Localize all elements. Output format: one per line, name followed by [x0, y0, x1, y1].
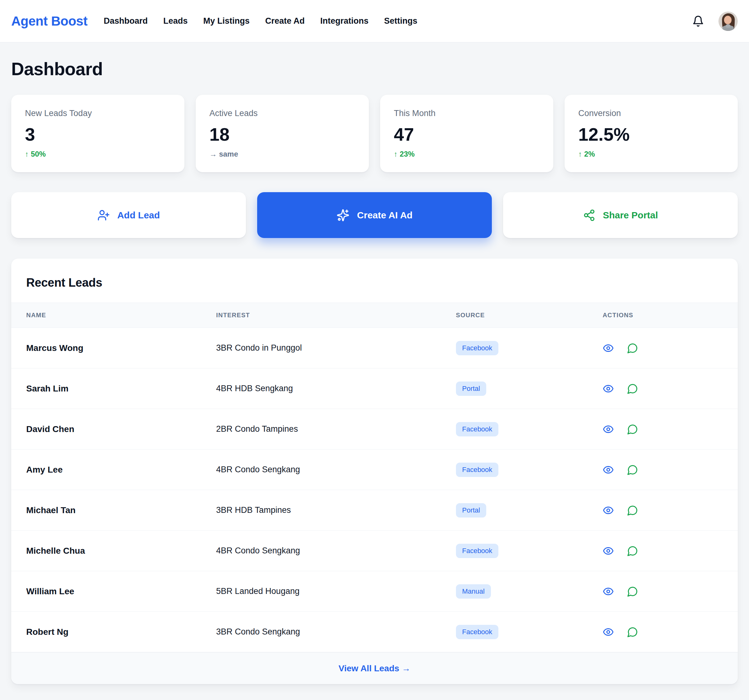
view-lead-button[interactable]	[603, 586, 614, 597]
stat-delta: → same	[209, 150, 355, 159]
table-row: Robert Ng 3BR Condo Sengkang Facebook	[11, 612, 738, 652]
lead-interest: 3BR Condo in Punggol	[216, 328, 456, 368]
user-avatar[interactable]	[718, 12, 738, 31]
brand-logo[interactable]: Agent Boost	[11, 14, 87, 29]
lead-name: David Chen	[11, 409, 216, 450]
chat-lead-button[interactable]	[627, 545, 638, 557]
create-ai-ad-label: Create AI Ad	[357, 210, 413, 221]
view-lead-button[interactable]	[603, 626, 614, 637]
create-ai-ad-button[interactable]: Create AI Ad	[257, 192, 492, 238]
share-portal-button[interactable]: Share Portal	[503, 192, 738, 238]
lead-actions	[603, 383, 738, 394]
nav-item-settings[interactable]: Settings	[384, 16, 417, 26]
nav-item-integrations[interactable]: Integrations	[320, 16, 368, 26]
stat-delta: ↑ 50%	[25, 150, 171, 159]
source-badge: Portal	[456, 503, 486, 517]
bell-icon	[692, 15, 704, 27]
view-lead-button[interactable]	[603, 383, 614, 394]
stat-label: Conversion	[578, 108, 724, 118]
chat-lead-button[interactable]	[627, 383, 638, 394]
message-circle-icon	[627, 626, 638, 637]
source-badge: Portal	[456, 381, 486, 396]
stat-label: This Month	[394, 108, 540, 118]
eye-icon	[603, 505, 614, 516]
chat-lead-button[interactable]	[627, 424, 638, 435]
chat-lead-button[interactable]	[627, 505, 638, 516]
table-row: Michelle Chua 4BR Condo Sengkang Faceboo…	[11, 531, 738, 571]
chat-lead-button[interactable]	[627, 586, 638, 597]
nav-item-dashboard[interactable]: Dashboard	[104, 16, 148, 26]
table-row: Amy Lee 4BR Condo Sengkang Facebook	[11, 450, 738, 490]
lead-actions	[603, 343, 738, 354]
add-lead-label: Add Lead	[117, 210, 160, 221]
share-icon	[583, 209, 595, 221]
stat-card-this-month: This Month 47 ↑ 23%	[380, 95, 553, 172]
eye-icon	[603, 343, 614, 354]
stat-value: 3	[25, 124, 171, 145]
eye-icon	[603, 545, 614, 557]
eye-icon	[603, 626, 614, 637]
lead-actions	[603, 626, 738, 637]
table-header-row: NAME INTEREST SOURCE ACTIONS	[11, 303, 738, 328]
table-row: Sarah Lim 4BR HDB Sengkang Portal	[11, 368, 738, 409]
recent-leads-header: Recent Leads	[11, 259, 738, 303]
notifications-button[interactable]	[692, 15, 704, 27]
column-header-actions: ACTIONS	[603, 303, 738, 328]
lead-interest: 4BR HDB Sengkang	[216, 368, 456, 409]
lead-actions	[603, 464, 738, 476]
stat-delta: ↑ 23%	[394, 150, 540, 159]
lead-name: Sarah Lim	[11, 368, 216, 409]
lead-actions	[603, 586, 738, 597]
recent-leads-title: Recent Leads	[26, 276, 723, 290]
nav-right	[692, 12, 738, 31]
lead-name: Robert Ng	[11, 612, 216, 652]
message-circle-icon	[627, 464, 638, 476]
lead-actions	[603, 424, 738, 435]
lead-name: Amy Lee	[11, 450, 216, 490]
view-lead-button[interactable]	[603, 505, 614, 516]
chat-lead-button[interactable]	[627, 464, 638, 476]
view-all-leads-link[interactable]: View All Leads →	[339, 663, 410, 674]
lead-name: William Lee	[11, 571, 216, 612]
sparkles-icon	[336, 209, 350, 222]
recent-leads-footer: View All Leads →	[11, 652, 738, 684]
source-badge: Facebook	[456, 625, 499, 639]
dashboard-page: Dashboard New Leads Today 3 ↑ 50% Active…	[0, 59, 749, 684]
stats-row: New Leads Today 3 ↑ 50% Active Leads 18 …	[11, 95, 738, 172]
nav-item-create-ad[interactable]: Create Ad	[265, 16, 305, 26]
view-lead-button[interactable]	[603, 343, 614, 354]
chat-lead-button[interactable]	[627, 343, 638, 354]
lead-interest: 3BR HDB Tampines	[216, 490, 456, 531]
nav-item-leads[interactable]: Leads	[163, 16, 188, 26]
stat-value: 47	[394, 124, 540, 145]
nav-item-my-listings[interactable]: My Listings	[203, 16, 250, 26]
table-row: Michael Tan 3BR HDB Tampines Portal	[11, 490, 738, 531]
lead-name: Marcus Wong	[11, 328, 216, 368]
lead-interest: 2BR Condo Tampines	[216, 409, 456, 450]
eye-icon	[603, 383, 614, 394]
stat-label: New Leads Today	[25, 108, 171, 118]
view-lead-button[interactable]	[603, 464, 614, 476]
share-portal-label: Share Portal	[603, 210, 658, 221]
stat-card-active-leads: Active Leads 18 → same	[196, 95, 369, 172]
add-lead-button[interactable]: Add Lead	[11, 192, 246, 238]
nav-links: Dashboard Leads My Listings Create Ad In…	[104, 16, 417, 26]
eye-icon	[603, 586, 614, 597]
lead-interest: 4BR Condo Sengkang	[216, 450, 456, 490]
lead-interest: 3BR Condo Sengkang	[216, 612, 456, 652]
quick-actions-row: Add Lead Create AI Ad Share Portal	[11, 192, 738, 238]
chat-lead-button[interactable]	[627, 626, 638, 637]
lead-actions	[603, 505, 738, 516]
message-circle-icon	[627, 545, 638, 557]
user-plus-icon	[97, 209, 110, 221]
table-row: Marcus Wong 3BR Condo in Punggol Faceboo…	[11, 328, 738, 368]
view-lead-button[interactable]	[603, 424, 614, 435]
lead-name: Michael Tan	[11, 490, 216, 531]
lead-interest: 4BR Condo Sengkang	[216, 531, 456, 571]
view-lead-button[interactable]	[603, 545, 614, 557]
stat-value: 12.5%	[578, 124, 724, 145]
lead-name: Michelle Chua	[11, 531, 216, 571]
table-row: William Lee 5BR Landed Hougang Manual	[11, 571, 738, 612]
lead-actions	[603, 545, 738, 557]
column-header-source: SOURCE	[456, 303, 603, 328]
